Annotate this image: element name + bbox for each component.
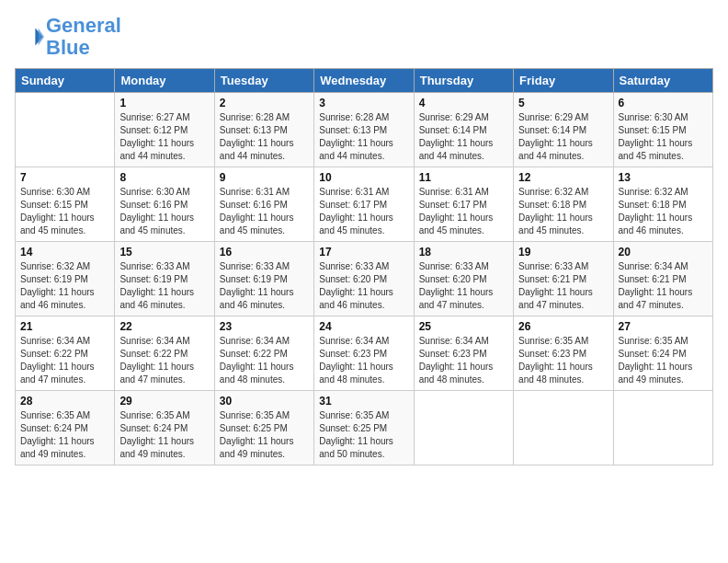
day-number: 23	[220, 320, 309, 333]
day-number: 31	[319, 395, 408, 408]
day-number: 6	[619, 97, 708, 109]
day-info: Sunrise: 6:35 AM Sunset: 6:25 PM Dayligh…	[220, 409, 309, 461]
day-number: 22	[119, 320, 209, 333]
day-number: 10	[319, 171, 408, 184]
weekday-header-monday: Monday	[115, 69, 214, 93]
logo: General Blue	[15, 15, 121, 59]
day-cell: 26Sunrise: 6:35 AM Sunset: 6:23 PM Dayli…	[514, 316, 613, 391]
week-row-2: 7Sunrise: 6:30 AM Sunset: 6:15 PM Daylig…	[16, 167, 713, 242]
day-cell: 8Sunrise: 6:30 AM Sunset: 6:16 PM Daylig…	[115, 167, 214, 242]
page: General Blue SundayMondayTuesdayWednesda…	[0, 0, 728, 563]
day-number: 3	[319, 97, 408, 109]
day-number: 12	[518, 171, 608, 184]
day-cell: 2Sunrise: 6:28 AM Sunset: 6:13 PM Daylig…	[214, 93, 313, 167]
day-info: Sunrise: 6:34 AM Sunset: 6:23 PM Dayligh…	[319, 335, 408, 386]
day-cell: 25Sunrise: 6:34 AM Sunset: 6:23 PM Dayli…	[414, 316, 513, 391]
day-info: Sunrise: 6:32 AM Sunset: 6:19 PM Dayligh…	[20, 260, 109, 312]
day-cell	[16, 93, 115, 167]
day-info: Sunrise: 6:33 AM Sunset: 6:20 PM Dayligh…	[319, 260, 408, 312]
day-number: 8	[119, 171, 209, 184]
day-number: 20	[619, 246, 708, 259]
day-info: Sunrise: 6:35 AM Sunset: 6:24 PM Dayligh…	[619, 335, 708, 386]
day-number: 14	[20, 246, 109, 259]
day-number: 26	[518, 320, 608, 333]
day-info: Sunrise: 6:33 AM Sunset: 6:21 PM Dayligh…	[518, 260, 608, 312]
day-info: Sunrise: 6:31 AM Sunset: 6:17 PM Dayligh…	[319, 186, 408, 237]
day-info: Sunrise: 6:34 AM Sunset: 6:22 PM Dayligh…	[119, 335, 209, 386]
day-info: Sunrise: 6:34 AM Sunset: 6:21 PM Dayligh…	[619, 260, 708, 312]
header: General Blue	[15, 15, 713, 59]
day-cell: 15Sunrise: 6:33 AM Sunset: 6:19 PM Dayli…	[115, 242, 214, 316]
weekday-header-wednesday: Wednesday	[314, 69, 414, 93]
day-info: Sunrise: 6:29 AM Sunset: 6:14 PM Dayligh…	[419, 111, 508, 163]
day-cell: 22Sunrise: 6:34 AM Sunset: 6:22 PM Dayli…	[115, 316, 214, 391]
day-info: Sunrise: 6:30 AM Sunset: 6:16 PM Dayligh…	[119, 186, 209, 237]
day-info: Sunrise: 6:31 AM Sunset: 6:16 PM Dayligh…	[220, 186, 309, 237]
day-cell: 31Sunrise: 6:35 AM Sunset: 6:25 PM Dayli…	[314, 391, 414, 465]
day-cell	[613, 391, 712, 465]
weekday-header-sunday: Sunday	[16, 69, 115, 93]
week-row-1: 1Sunrise: 6:27 AM Sunset: 6:12 PM Daylig…	[16, 93, 713, 167]
day-cell: 11Sunrise: 6:31 AM Sunset: 6:17 PM Dayli…	[414, 167, 513, 242]
day-cell: 21Sunrise: 6:34 AM Sunset: 6:22 PM Dayli…	[16, 316, 115, 391]
weekday-header-row: SundayMondayTuesdayWednesdayThursdayFrid…	[16, 69, 713, 93]
day-info: Sunrise: 6:30 AM Sunset: 6:15 PM Dayligh…	[20, 186, 109, 237]
day-number: 30	[220, 395, 309, 408]
day-cell: 4Sunrise: 6:29 AM Sunset: 6:14 PM Daylig…	[414, 93, 513, 167]
day-cell: 17Sunrise: 6:33 AM Sunset: 6:20 PM Dayli…	[314, 242, 414, 316]
day-number: 1	[119, 97, 209, 109]
day-cell: 6Sunrise: 6:30 AM Sunset: 6:15 PM Daylig…	[613, 93, 712, 167]
day-cell: 12Sunrise: 6:32 AM Sunset: 6:18 PM Dayli…	[514, 167, 613, 242]
day-info: Sunrise: 6:35 AM Sunset: 6:25 PM Dayligh…	[319, 409, 408, 461]
svg-marker-1	[39, 29, 44, 46]
weekday-header-thursday: Thursday	[414, 69, 513, 93]
day-number: 29	[119, 395, 209, 408]
day-cell: 3Sunrise: 6:28 AM Sunset: 6:13 PM Daylig…	[314, 93, 414, 167]
day-cell: 5Sunrise: 6:29 AM Sunset: 6:14 PM Daylig…	[514, 93, 613, 167]
day-cell: 23Sunrise: 6:34 AM Sunset: 6:22 PM Dayli…	[214, 316, 313, 391]
day-info: Sunrise: 6:27 AM Sunset: 6:12 PM Dayligh…	[119, 111, 209, 163]
day-cell: 9Sunrise: 6:31 AM Sunset: 6:16 PM Daylig…	[214, 167, 313, 242]
day-cell	[414, 391, 513, 465]
day-cell: 29Sunrise: 6:35 AM Sunset: 6:24 PM Dayli…	[115, 391, 214, 465]
day-info: Sunrise: 6:34 AM Sunset: 6:22 PM Dayligh…	[220, 335, 309, 386]
week-row-3: 14Sunrise: 6:32 AM Sunset: 6:19 PM Dayli…	[16, 242, 713, 316]
day-number: 2	[220, 97, 309, 109]
day-info: Sunrise: 6:30 AM Sunset: 6:15 PM Dayligh…	[619, 111, 708, 163]
day-info: Sunrise: 6:32 AM Sunset: 6:18 PM Dayligh…	[619, 186, 708, 237]
day-info: Sunrise: 6:35 AM Sunset: 6:23 PM Dayligh…	[518, 335, 608, 386]
day-cell: 28Sunrise: 6:35 AM Sunset: 6:24 PM Dayli…	[16, 391, 115, 465]
day-number: 21	[20, 320, 109, 333]
weekday-header-tuesday: Tuesday	[214, 69, 313, 93]
weekday-header-saturday: Saturday	[613, 69, 712, 93]
day-cell: 20Sunrise: 6:34 AM Sunset: 6:21 PM Dayli…	[613, 242, 712, 316]
day-info: Sunrise: 6:28 AM Sunset: 6:13 PM Dayligh…	[319, 111, 408, 163]
day-info: Sunrise: 6:28 AM Sunset: 6:13 PM Dayligh…	[220, 111, 309, 163]
week-row-4: 21Sunrise: 6:34 AM Sunset: 6:22 PM Dayli…	[16, 316, 713, 391]
day-cell: 24Sunrise: 6:34 AM Sunset: 6:23 PM Dayli…	[314, 316, 414, 391]
logo-text: General Blue	[46, 15, 121, 59]
day-cell: 19Sunrise: 6:33 AM Sunset: 6:21 PM Dayli…	[514, 242, 613, 316]
day-number: 24	[319, 320, 408, 333]
day-number: 5	[518, 97, 608, 109]
day-cell: 7Sunrise: 6:30 AM Sunset: 6:15 PM Daylig…	[16, 167, 115, 242]
day-number: 25	[419, 320, 508, 333]
day-cell	[514, 391, 613, 465]
day-cell: 14Sunrise: 6:32 AM Sunset: 6:19 PM Dayli…	[16, 242, 115, 316]
day-number: 19	[518, 246, 608, 259]
day-info: Sunrise: 6:35 AM Sunset: 6:24 PM Dayligh…	[20, 409, 109, 461]
day-number: 4	[419, 97, 508, 109]
day-info: Sunrise: 6:33 AM Sunset: 6:20 PM Dayligh…	[419, 260, 508, 312]
day-number: 17	[319, 246, 408, 259]
day-cell: 16Sunrise: 6:33 AM Sunset: 6:19 PM Dayli…	[214, 242, 313, 316]
day-info: Sunrise: 6:35 AM Sunset: 6:24 PM Dayligh…	[119, 409, 209, 461]
logo-icon	[15, 22, 44, 52]
day-cell: 1Sunrise: 6:27 AM Sunset: 6:12 PM Daylig…	[115, 93, 214, 167]
day-number: 16	[220, 246, 309, 259]
day-number: 13	[619, 171, 708, 184]
day-info: Sunrise: 6:34 AM Sunset: 6:22 PM Dayligh…	[20, 335, 109, 386]
day-cell: 13Sunrise: 6:32 AM Sunset: 6:18 PM Dayli…	[613, 167, 712, 242]
day-number: 15	[119, 246, 209, 259]
weekday-header-friday: Friday	[514, 69, 613, 93]
day-number: 11	[419, 171, 508, 184]
